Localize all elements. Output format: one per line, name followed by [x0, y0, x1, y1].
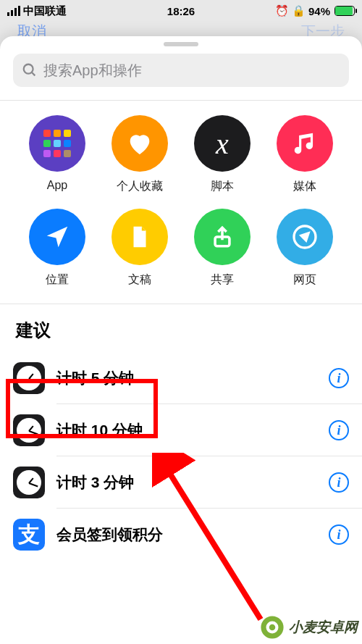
suggestions-title: 建议	[0, 304, 362, 352]
category-label: 文稿	[128, 272, 151, 288]
status-bar: 中国联通 18:26 ⏰ 🔒 94%	[0, 0, 362, 22]
clock-icon	[13, 414, 45, 446]
category-location[interactable]: 位置	[16, 209, 98, 288]
search-icon	[22, 62, 38, 78]
suggestion-row-timer-5[interactable]: 计时 5 分钟 i	[0, 352, 362, 404]
suggestion-row-timer-10[interactable]: 计时 10 分钟 i	[0, 404, 362, 456]
category-scripting[interactable]: x 脚本	[181, 115, 264, 194]
suggestion-label: 计时 5 分钟	[56, 368, 317, 388]
location-icon	[29, 209, 85, 265]
orientation-lock-icon: 🔒	[292, 4, 306, 17]
heart-icon	[111, 115, 168, 172]
info-button[interactable]: i	[329, 524, 349, 545]
category-media[interactable]: 媒体	[264, 115, 346, 194]
category-web[interactable]: 网页	[264, 209, 346, 288]
category-sharing[interactable]: 共享	[181, 209, 264, 288]
sheet-grabber[interactable]	[164, 42, 198, 46]
compass-icon	[277, 209, 333, 265]
cancel-button[interactable]: 取消	[17, 22, 46, 38]
action-picker-sheet: 搜索App和操作 App 个人收藏 x 脚	[0, 36, 362, 644]
next-button[interactable]: 下一步	[301, 22, 345, 38]
status-right: ⏰ 🔒 94%	[275, 4, 355, 17]
suggestion-label: 会员签到领积分	[56, 524, 317, 545]
category-label: 位置	[46, 272, 69, 288]
script-icon: x	[194, 115, 251, 172]
status-time: 18:26	[167, 5, 195, 17]
alipay-icon: 支	[13, 519, 45, 551]
document-icon	[111, 209, 168, 265]
watermark: 小麦安卓网	[260, 615, 358, 640]
battery-icon	[334, 6, 355, 16]
svg-point-0	[24, 64, 33, 74]
suggestion-label: 计时 3 分钟	[56, 472, 317, 493]
clock-icon	[13, 362, 45, 394]
category-favorites[interactable]: 个人收藏	[98, 115, 181, 194]
category-grid: App 个人收藏 x 脚本 媒体 位置	[0, 101, 362, 304]
battery-percent: 94%	[308, 5, 330, 17]
suggestion-row-alipay[interactable]: 支 会员签到领积分 i	[0, 509, 362, 561]
alarm-icon: ⏰	[275, 4, 289, 17]
search-placeholder: 搜索App和操作	[43, 61, 142, 80]
share-icon	[194, 209, 251, 265]
music-icon	[277, 115, 333, 172]
svg-point-6	[269, 624, 276, 631]
svg-line-1	[32, 72, 35, 76]
signal-icon	[7, 6, 20, 16]
clock-icon	[13, 467, 45, 498]
category-label: 共享	[211, 272, 234, 288]
dimmed-nav: 取消 下一步	[0, 22, 362, 38]
watermark-logo-icon	[260, 615, 285, 640]
info-button[interactable]: i	[329, 420, 349, 440]
watermark-text: 小麦安卓网	[289, 618, 358, 637]
app-grid-icon	[29, 115, 85, 172]
category-label: 脚本	[211, 179, 234, 194]
suggestion-label: 计时 10 分钟	[56, 420, 317, 440]
category-label: 网页	[293, 272, 316, 288]
carrier-label: 中国联通	[23, 4, 67, 18]
category-documents[interactable]: 文稿	[98, 209, 181, 288]
category-app[interactable]: App	[16, 115, 98, 194]
category-label: 媒体	[293, 179, 316, 194]
category-label: App	[47, 179, 67, 192]
suggestion-row-timer-3[interactable]: 计时 3 分钟 i	[0, 456, 362, 509]
info-button[interactable]: i	[329, 472, 349, 493]
category-label: 个人收藏	[117, 179, 163, 194]
info-button[interactable]: i	[329, 368, 349, 388]
search-input[interactable]: 搜索App和操作	[13, 54, 349, 87]
status-left: 中国联通	[7, 4, 67, 18]
